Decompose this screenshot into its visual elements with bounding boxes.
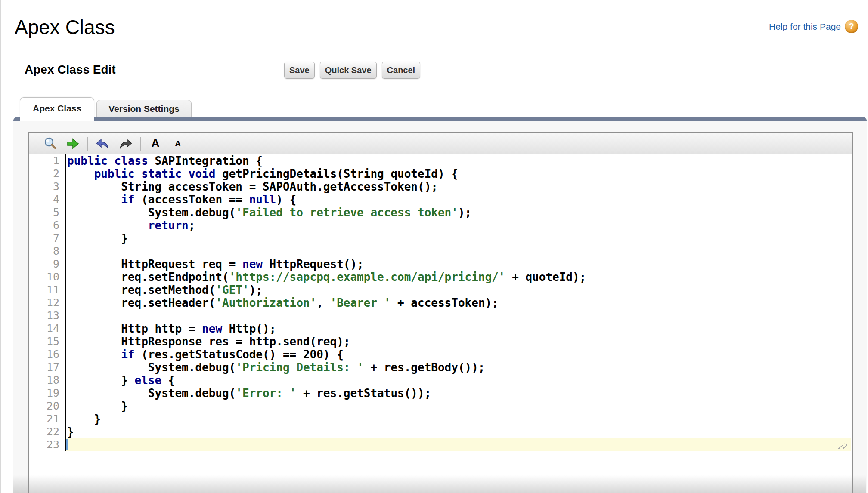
code-text: }	[66, 232, 852, 245]
code-text: Http http = new Http();	[66, 322, 852, 335]
apex-code-editor: A A 1public class SAPIntegration {2 publ…	[28, 132, 853, 493]
code-text: System.debug('Pricing Details: ' + res.g…	[66, 361, 852, 374]
code-line: 9 HttpRequest req = new HttpRequest();	[29, 258, 852, 271]
line-number: 22	[29, 425, 66, 438]
line-number: 21	[29, 413, 66, 425]
undo-icon	[95, 136, 111, 151]
line-number: 15	[29, 335, 66, 348]
help-area: Help for this Page ?	[769, 20, 858, 33]
code-text	[66, 438, 851, 451]
page: Apex Class Help for this Page ? Apex Cla…	[0, 0, 868, 493]
code-text: public class SAPIntegration {	[66, 154, 852, 167]
code-text: HttpResponse res = http.send(req);	[66, 335, 852, 348]
code-text	[66, 245, 852, 258]
line-number: 11	[29, 283, 66, 296]
code-text: HttpRequest req = new HttpRequest();	[66, 258, 852, 271]
code-text: return;	[66, 219, 852, 232]
tab-version-settings[interactable]: Version Settings	[96, 100, 192, 117]
line-number: 16	[29, 348, 66, 361]
code-text: }	[66, 425, 852, 438]
font-decrease-button[interactable]: A	[169, 135, 186, 152]
search-button[interactable]	[42, 135, 59, 152]
line-number: 1	[29, 154, 66, 167]
cancel-button[interactable]: Cancel	[382, 62, 421, 79]
text-cursor	[66, 439, 68, 450]
line-number: 8	[29, 245, 66, 258]
code-line: 11 req.setMethod('GET');	[29, 283, 852, 296]
redo-button[interactable]	[117, 135, 134, 152]
code-line: 23	[29, 438, 852, 451]
code-area[interactable]: 1public class SAPIntegration {2 public s…	[29, 154, 852, 451]
font-increase-icon: A	[151, 137, 160, 150]
code-line: 7 }	[29, 232, 852, 245]
font-decrease-icon: A	[175, 139, 181, 148]
toolbar-divider	[87, 137, 88, 151]
code-text: req.setMethod('GET');	[66, 283, 852, 296]
line-number: 14	[29, 322, 66, 335]
code-text: }	[66, 413, 852, 425]
redo-icon	[118, 136, 133, 151]
tab-apex-class[interactable]: Apex Class	[20, 97, 94, 121]
code-line: 6 return;	[29, 219, 852, 232]
code-line: 18 } else {	[29, 374, 852, 387]
line-number: 10	[29, 271, 66, 283]
line-number: 23	[29, 438, 66, 451]
line-number: 20	[29, 400, 66, 413]
toolbar-divider	[140, 137, 141, 151]
code-text: String accessToken = SAPOAuth.getAccessT…	[66, 180, 852, 193]
code-text: System.debug('Error: ' + res.getStatus()…	[66, 387, 852, 400]
section-title: Apex Class Edit	[25, 63, 116, 77]
help-link[interactable]: Help for this Page	[769, 22, 841, 32]
line-number: 3	[29, 180, 66, 193]
code-text: System.debug('Failed to retrieve access …	[66, 206, 852, 219]
line-number: 4	[29, 193, 66, 206]
save-button[interactable]: Save	[284, 62, 315, 79]
line-number: 6	[29, 219, 66, 232]
undo-button[interactable]	[94, 135, 112, 152]
code-text: }	[66, 400, 852, 413]
code-text: public static void getPricingDetails(Str…	[66, 167, 852, 180]
code-text: if (res.getStatusCode() == 200) {	[66, 348, 852, 361]
tab-bar: Apex Class Version Settings	[20, 97, 192, 121]
line-number: 9	[29, 258, 66, 271]
resize-handle-icon[interactable]	[837, 441, 847, 449]
code-line: 2 public static void getPricingDetails(S…	[29, 167, 852, 180]
code-line: 5 System.debug('Failed to retrieve acces…	[29, 206, 852, 219]
code-line: 20 }	[29, 400, 852, 413]
code-line: 15 HttpResponse res = http.send(req);	[29, 335, 852, 348]
code-line: 14 Http http = new Http();	[29, 322, 852, 335]
code-line: 19 System.debug('Error: ' + res.getStatu…	[29, 387, 852, 400]
font-increase-button[interactable]: A	[147, 135, 164, 152]
code-line: 10 req.setEndpoint('https://sapcpq.examp…	[29, 271, 852, 283]
button-row: Save Quick Save Cancel	[284, 62, 420, 79]
code-line: 22}	[29, 425, 852, 438]
editor-toolbar: A A	[29, 133, 852, 154]
line-number: 18	[29, 374, 66, 387]
quick-save-button[interactable]: Quick Save	[320, 62, 377, 79]
code-line: 8	[29, 245, 852, 258]
line-number: 13	[29, 309, 66, 322]
code-text: req.setEndpoint('https://sapcpq.example.…	[66, 271, 852, 283]
go-arrow-icon	[65, 136, 80, 151]
line-number: 19	[29, 387, 66, 400]
code-line: 1public class SAPIntegration {	[29, 154, 852, 167]
help-question-icon[interactable]: ?	[845, 20, 858, 33]
code-text	[66, 309, 852, 322]
code-line: 13	[29, 309, 852, 322]
search-icon	[43, 136, 58, 151]
code-text: } else {	[66, 374, 852, 387]
line-number: 5	[29, 206, 66, 219]
line-number: 12	[29, 296, 66, 309]
code-line: 21 }	[29, 413, 852, 425]
code-text: req.setHeader('Authorization', 'Bearer '…	[66, 296, 852, 309]
line-number: 2	[29, 167, 66, 180]
code-line: 4 if (accessToken == null) {	[29, 193, 852, 206]
code-line: 16 if (res.getStatusCode() == 200) {	[29, 348, 852, 361]
page-title: Apex Class	[15, 15, 115, 39]
code-line: 3 String accessToken = SAPOAuth.getAcces…	[29, 180, 852, 193]
goto-line-button[interactable]	[64, 135, 81, 152]
line-number: 7	[29, 232, 66, 245]
code-text: if (accessToken == null) {	[66, 193, 852, 206]
code-line: 17 System.debug('Pricing Details: ' + re…	[29, 361, 852, 374]
line-number: 17	[29, 361, 66, 374]
